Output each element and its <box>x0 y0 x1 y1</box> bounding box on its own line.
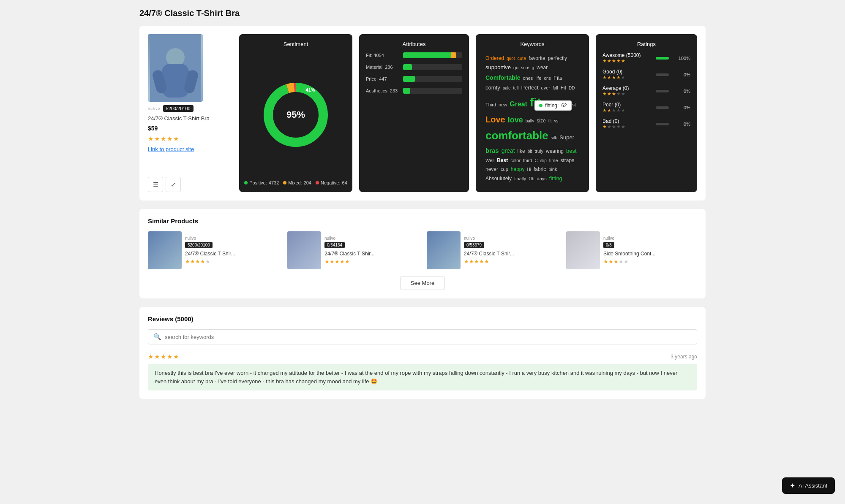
rating-label: Bad (0) <box>602 118 649 124</box>
reviews-title: Reviews (5000) <box>148 315 697 322</box>
keyword-word[interactable]: great <box>502 146 515 155</box>
keyword-word[interactable]: best <box>566 147 577 156</box>
filter-button[interactable]: ☰ <box>148 177 163 192</box>
keyword-word[interactable]: DD <box>569 85 575 92</box>
keyword-word[interactable]: ever <box>541 84 550 92</box>
attributes-list: Fit: 4054 Material: 286 Price: 447 Aesth… <box>366 52 462 100</box>
keyword-word[interactable]: fall <box>553 85 558 92</box>
keyword-word[interactable]: happy <box>511 165 525 173</box>
keyword-word[interactable]: finally <box>514 175 526 183</box>
attr-bar-bg <box>403 88 462 94</box>
product-link[interactable]: Link to product site <box>148 146 232 152</box>
similar-badge: 5200/20100 <box>185 242 213 248</box>
keyword-word[interactable]: fabric <box>534 165 546 173</box>
keyword-word[interactable]: Love <box>485 113 505 126</box>
keyword-word[interactable]: ones <box>523 75 533 82</box>
keyword-word[interactable]: fit <box>548 118 552 125</box>
rating-row: Average (0) ★★★★★ 0% <box>602 85 690 97</box>
donut-center-label: 95% <box>286 109 305 120</box>
keyword-word[interactable]: comfortable <box>485 127 548 145</box>
legend-negative: Negative: 64 <box>316 180 347 185</box>
keyword-word[interactable]: sure <box>521 65 529 71</box>
keyword-word[interactable]: Well <box>485 157 494 165</box>
attribute-row: Material: 286 <box>366 64 462 70</box>
ratings-panel: Ratings Awesome (5000) ★★★★★ 100% Good (… <box>596 34 697 192</box>
keyword-word[interactable]: favorite <box>529 54 545 62</box>
keyword-word[interactable]: truly <box>534 148 543 155</box>
keyword-word[interactable]: Super <box>559 133 574 142</box>
keyword-word[interactable]: pale <box>503 85 511 92</box>
keyword-word[interactable]: one <box>544 75 551 82</box>
keyword-word[interactable]: life <box>535 75 541 82</box>
keyword-word[interactable]: third <box>523 157 532 165</box>
see-more-button[interactable]: See More <box>400 276 445 290</box>
similar-product-item[interactable]: nulivo 0/53679 24/7® Classic T-Shir... ★… <box>427 231 558 269</box>
similar-product-item[interactable]: nulivo 0/54134 24/7® Classic T-Shir... ★… <box>287 231 418 269</box>
negative-dot <box>316 181 319 184</box>
similar-products-grid: nulivo 5200/20100 24/7® Classic T-Shir..… <box>148 231 697 269</box>
keyword-word[interactable]: Comfortable <box>485 73 520 82</box>
keyword-word[interactable]: slip <box>540 157 547 164</box>
keyword-word[interactable]: Absoulutely <box>485 175 512 183</box>
rating-row: Bad (0) ★★★★★ 0% <box>602 118 690 130</box>
similar-thumb <box>427 231 461 269</box>
keyword-word[interactable]: never <box>485 165 498 173</box>
similar-brand-logo: nulivo <box>185 236 235 241</box>
similar-brand-logo: nulivo <box>324 236 375 241</box>
search-input[interactable] <box>165 334 692 340</box>
keyword-word[interactable]: new <box>499 101 507 109</box>
rating-bar-bg <box>656 73 669 76</box>
keyword-word[interactable]: days <box>537 175 547 183</box>
keyword-word[interactable]: tell <box>513 85 519 92</box>
keyword-word[interactable]: Great <box>510 99 527 110</box>
keyword-word[interactable]: Fit <box>561 84 566 92</box>
panel-actions: ☰ ⤢ <box>148 177 232 192</box>
attr-bar-fill <box>403 64 412 70</box>
rating-row: Awesome (5000) ★★★★★ 100% <box>602 52 690 64</box>
keyword-word[interactable]: cute <box>518 55 526 62</box>
similar-product-item[interactable]: nulivo 5200/20100 24/7® Classic T-Shir..… <box>148 231 279 269</box>
keyword-word[interactable]: perfectly <box>548 54 567 62</box>
keyword-word[interactable]: fitting <box>549 174 562 183</box>
keyword-word[interactable]: pink <box>548 166 557 173</box>
keyword-word[interactable]: quot <box>507 55 515 62</box>
keyword-word[interactable]: straps <box>561 157 575 165</box>
keyword-word[interactable]: g <box>532 65 534 71</box>
keyword-word[interactable]: C <box>534 157 537 164</box>
keyword-word[interactable]: color <box>510 157 521 165</box>
product-price: $59 <box>148 125 232 132</box>
keyword-word[interactable]: Ordered <box>485 54 504 62</box>
keyword-word[interactable]: vs <box>554 118 558 125</box>
keyword-word[interactable]: wear <box>537 64 548 72</box>
expand-button[interactable]: ⤢ <box>166 177 181 192</box>
reviews-list: ★★★★★ 3 years ago Honestly this is best … <box>148 353 697 390</box>
keyword-word[interactable]: wearing <box>546 147 564 155</box>
keyword-word[interactable]: silk <box>551 135 557 141</box>
keyword-word[interactable]: Third <box>485 101 496 109</box>
keyword-word[interactable]: Fits <box>553 74 562 83</box>
keyword-word[interactable]: Best <box>497 157 508 165</box>
keyword-word[interactable]: Oh <box>529 176 534 182</box>
svg-rect-2 <box>162 64 189 98</box>
keyword-word[interactable]: bally <box>526 118 534 125</box>
similar-stars: ★★★★★ <box>324 258 375 265</box>
keyword-word[interactable]: comfy <box>485 84 500 92</box>
keyword-word[interactable]: Hi <box>527 166 531 173</box>
keyword-word[interactable]: bras <box>485 146 499 156</box>
keyword-word[interactable]: love <box>508 114 523 126</box>
keyword-word[interactable]: cup <box>501 166 508 173</box>
page-title: 24/7® Classic T-Shirt Bra <box>139 8 706 18</box>
keyword-word[interactable]: like <box>518 147 525 155</box>
positive-value: 4732 <box>269 180 279 185</box>
keyword-word[interactable]: go <box>513 64 518 72</box>
keyword-word[interactable]: time <box>549 157 558 165</box>
keyword-word[interactable]: Perfect <box>521 84 538 92</box>
keyword-word[interactable]: size <box>537 117 545 125</box>
reviews-section: Reviews (5000) 🔍 ★★★★★ 3 years ago Hones… <box>139 307 706 399</box>
rating-pct: 0% <box>676 89 690 94</box>
negative-value: 64 <box>342 180 347 185</box>
keyword-word[interactable]: supportive <box>485 63 511 72</box>
keyword-word[interactable]: bit <box>528 148 532 155</box>
similar-product-item[interactable]: nulivo 0/8 Side Smoothing Cont... ★★★★★ <box>566 231 697 269</box>
keywords-title: Keywords <box>482 41 582 47</box>
